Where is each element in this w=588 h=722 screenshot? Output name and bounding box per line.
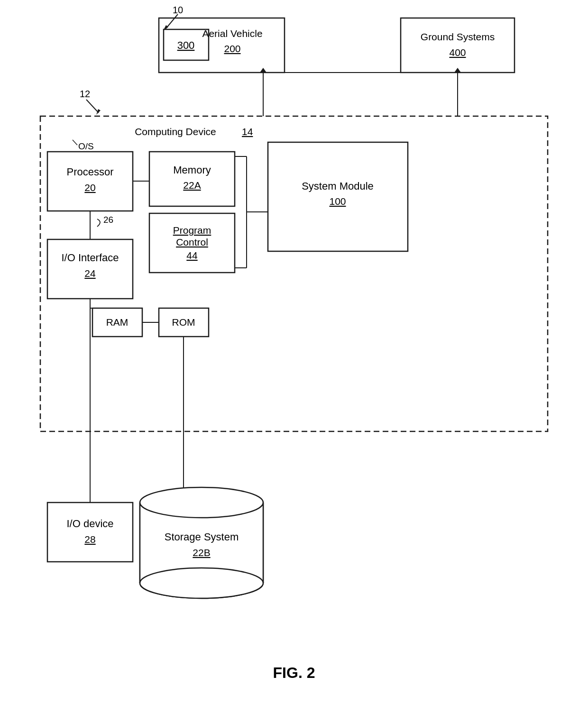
svg-rect-20: [149, 152, 235, 206]
program-control-label: Control: [176, 237, 208, 247]
memory-label: Memory: [173, 164, 211, 176]
svg-rect-40: [47, 503, 133, 562]
sub300-label: 300: [177, 39, 195, 51]
ref-12: 12: [80, 89, 90, 99]
io-interface-label: I/O Interface: [61, 252, 119, 264]
io-interface-num: 24: [84, 268, 96, 279]
storage-system-num: 22B: [193, 547, 210, 558]
computing-device-num: 14: [242, 126, 253, 137]
svg-rect-3: [401, 18, 514, 73]
ram-label: RAM: [106, 317, 129, 328]
memory-num: 22A: [183, 180, 201, 191]
storage-system-label: Storage System: [165, 531, 239, 543]
aerial-vehicle-title: Aerial Vehicle: [202, 28, 262, 39]
io-device-num: 28: [84, 534, 95, 545]
processor-label: Processor: [66, 166, 113, 178]
svg-rect-17: [47, 152, 133, 211]
ref-26: 26: [103, 215, 113, 225]
main-diagram: 300 Aerial Vehicle 200 Ground Systems 40…: [0, 0, 588, 722]
program-num: 44: [186, 250, 198, 261]
processor-num: 20: [84, 182, 95, 193]
system-module-num: 100: [329, 196, 346, 207]
computing-device-label: Computing Device: [135, 126, 216, 137]
fig-label: FIG. 2: [273, 664, 315, 681]
svg-point-46: [140, 487, 263, 518]
rom-label: ROM: [172, 317, 195, 328]
program-label: Program: [173, 225, 211, 236]
io-device-label: I/O device: [66, 518, 113, 530]
ref-10: 10: [173, 5, 183, 15]
ground-systems-num: 400: [449, 47, 466, 58]
aerial-vehicle-num: 200: [224, 43, 240, 54]
os-label: O/S: [78, 141, 94, 151]
ground-systems-title: Ground Systems: [421, 31, 495, 42]
svg-point-49: [140, 568, 263, 598]
system-module-label: System Module: [302, 180, 374, 192]
